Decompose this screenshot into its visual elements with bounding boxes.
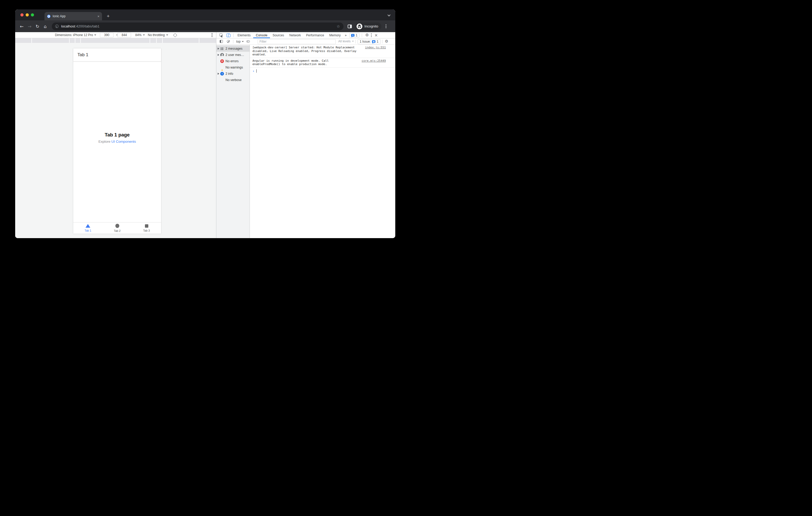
device-zoom-select[interactable]: 84% (135, 32, 145, 38)
device-mode-icon[interactable] (227, 33, 230, 37)
device-throttling-select[interactable]: No throttling (148, 32, 168, 38)
separator (355, 40, 356, 43)
sidebar-item-errors[interactable]: ✕ No errors (216, 58, 250, 64)
browser-menu-icon[interactable] (385, 26, 387, 27)
device-panel: Dimensions: iPhone 12 Pro × 84% No throt… (15, 32, 216, 238)
page-title: Tab 1 page (73, 132, 161, 138)
app-header-title: Tab 1 (78, 52, 88, 58)
new-tab-icon[interactable]: + (107, 12, 110, 20)
tab-console[interactable]: Console (253, 32, 270, 38)
tab-network[interactable]: Network (287, 32, 303, 38)
url-host: localhost (61, 24, 75, 28)
sidebar-item-label: 2 info (226, 72, 233, 75)
disclosure-triangle-icon[interactable] (218, 54, 219, 56)
inspect-element-icon[interactable] (220, 33, 223, 37)
ui-components-link[interactable]: UI Components (111, 140, 136, 144)
bookmark-star-icon[interactable]: ☆ (337, 24, 340, 29)
sidebar-item-verbose[interactable]: No verbose (216, 77, 250, 83)
console-context-select[interactable]: top (236, 40, 241, 43)
console-sidebar: 2 messages 2 user mes… ✕ No errors (216, 45, 250, 238)
tab-memory[interactable]: Memory (327, 32, 343, 38)
console-filter-input[interactable] (258, 39, 336, 44)
device-toolbar-menu-icon[interactable] (212, 32, 213, 38)
console-settings-icon[interactable]: ⚙ (385, 39, 388, 43)
emulated-viewport: Tab 1 Tab 1 page Explore UI Components T… (15, 43, 216, 238)
text-cursor (256, 69, 257, 73)
device-throttling-value: No throttling (148, 33, 165, 37)
sidebar-item-label: 2 user mes… (226, 53, 244, 57)
chevron-down-icon (94, 34, 96, 35)
page-center-block: Tab 1 page Explore UI Components (73, 132, 161, 144)
console-sidebar-toggle-icon[interactable] (220, 40, 223, 43)
sidebar-item-warnings[interactable]: No warnings (216, 64, 250, 70)
close-window-button[interactable] (21, 13, 24, 17)
live-expression-eye-icon[interactable] (246, 40, 250, 42)
chevron-down-icon (166, 34, 168, 35)
sidebar-item-messages[interactable]: 2 messages (216, 45, 250, 52)
log-levels-select[interactable]: All levels (338, 39, 354, 43)
devtools-menu-icon[interactable] (371, 35, 372, 36)
chevron-down-icon (242, 41, 244, 42)
tab-strip: Ionic App × + (15, 9, 395, 20)
sidebar-item-label: 2 messages (226, 47, 242, 51)
tab-performance[interactable]: Performance (303, 32, 327, 38)
site-info-icon[interactable] (55, 25, 59, 28)
app-tab-bar: Tab 1 Tab 2 Tab 3 (73, 222, 161, 234)
minimize-window-button[interactable] (26, 13, 29, 17)
separator (233, 40, 233, 43)
issues-bubble-icon (351, 34, 354, 37)
address-bar[interactable]: localhost:4200/tabs/tab1 ☆ (52, 23, 344, 30)
devtools-settings-icon[interactable]: ⚙ (366, 33, 369, 37)
app-tab-2[interactable]: Tab 2 (103, 222, 132, 234)
sidebar-item-label: No warnings (226, 66, 243, 69)
console-prompt[interactable]: › (250, 68, 395, 74)
maximize-window-button[interactable] (31, 13, 34, 17)
info-icon: i (220, 72, 224, 75)
console-messages: [webpack-dev-server] Server started: Hot… (250, 45, 395, 238)
console-source-link[interactable]: index.js:551 (365, 46, 386, 50)
disclosure-triangle-icon[interactable] (218, 48, 219, 50)
device-width-input[interactable] (100, 33, 114, 37)
explore-text: Explore (98, 140, 111, 144)
triangle-icon (86, 224, 90, 228)
console-source-link[interactable]: core.mjs:25449 (361, 59, 386, 63)
incognito-label: Incognito (365, 24, 378, 28)
issues-bubble-icon (372, 40, 375, 43)
explore-line: Explore UI Components (73, 140, 161, 144)
separator (233, 33, 234, 37)
tab-sources[interactable]: Sources (270, 32, 287, 38)
list-icon (220, 47, 224, 51)
device-toolbar: Dimensions: iPhone 12 Pro × 84% No throt… (15, 32, 216, 38)
console-toolbar: top All levels 1 Issue: 1 ⚙ (216, 38, 395, 45)
user-icon (220, 53, 224, 57)
disclosure-triangle-icon[interactable] (218, 73, 219, 75)
url-text: localhost:4200/tabs/tab1 (61, 24, 99, 28)
issues-counter-button[interactable]: 1 (349, 33, 359, 38)
app-content: Tab 1 page Explore UI Components (73, 61, 161, 222)
tab-elements[interactable]: Elements (235, 32, 253, 38)
sidebar-item-user-messages[interactable]: 2 user mes… (216, 52, 250, 58)
device-height-input[interactable] (117, 33, 131, 37)
home-icon[interactable]: ⌂ (41, 24, 49, 29)
tab-search-chevron-icon[interactable] (387, 13, 390, 16)
devtools-close-icon[interactable]: × (374, 33, 378, 38)
browser-window: Ionic App × + ← → ↻ ⌂ localhost:4200/tab… (15, 9, 395, 238)
chevron-down-icon (143, 34, 145, 35)
reload-icon[interactable]: ↻ (33, 24, 41, 29)
device-dimensions-select[interactable]: Dimensions: iPhone 12 Pro (55, 32, 96, 38)
app-tab-1[interactable]: Tab 1 (73, 222, 103, 234)
prompt-chevron-icon: › (253, 69, 255, 73)
tab-close-icon[interactable]: × (97, 14, 99, 18)
console-message-text: [webpack-dev-server] Server started: Hot… (253, 46, 357, 57)
issues-button[interactable]: 1 Issue: 1 (357, 39, 381, 44)
clear-console-icon[interactable] (227, 40, 230, 43)
browser-tab-ionic-app[interactable]: Ionic App × (45, 12, 102, 20)
app-tab-label: Tab 2 (114, 229, 121, 232)
forward-icon[interactable]: → (26, 24, 33, 29)
rotate-device-icon[interactable] (174, 32, 177, 38)
sidebar-item-info[interactable]: i 2 info (216, 70, 250, 77)
more-tabs-icon[interactable]: » (343, 32, 348, 38)
side-panel-icon[interactable] (348, 25, 352, 28)
back-icon[interactable]: ← (18, 24, 26, 29)
app-tab-3[interactable]: Tab 3 (132, 222, 161, 234)
